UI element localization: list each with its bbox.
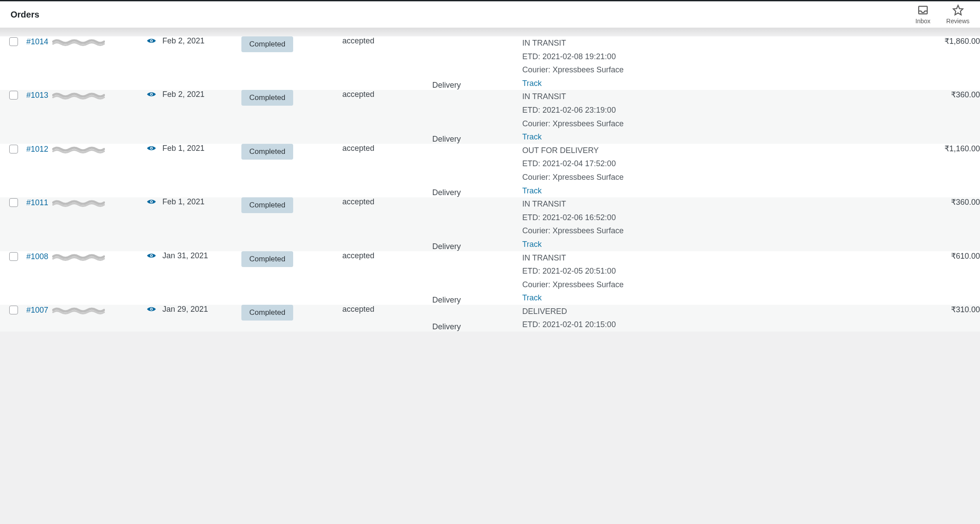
eye-icon[interactable] <box>146 146 157 154</box>
shipping-status: IN TRANSIT <box>522 251 914 265</box>
track-link[interactable]: Track <box>522 79 542 88</box>
eye-icon[interactable] <box>146 307 157 315</box>
shipping-courier: Courier: Xpressbees Surface <box>522 63 914 77</box>
payment-status: accepted <box>342 36 374 45</box>
payment-status: accepted <box>342 251 374 260</box>
row-checkbox[interactable] <box>9 145 18 153</box>
shipping-status: IN TRANSIT <box>522 197 914 211</box>
shipping-etd: ETD: 2021-02-04 17:52:00 <box>522 157 914 171</box>
shipping-status: IN TRANSIT <box>522 90 914 103</box>
order-id-label: #1011 <box>26 198 48 207</box>
order-id-label: #1014 <box>26 37 48 46</box>
redacted-name <box>52 252 105 264</box>
delivery-mode: Delivery <box>432 188 461 197</box>
order-date: Feb 2, 2021 <box>162 36 205 45</box>
eye-icon[interactable] <box>146 199 157 208</box>
payment-status: accepted <box>342 305 374 314</box>
redacted-name <box>52 306 105 317</box>
order-link[interactable]: #1014 <box>26 37 48 46</box>
payment-status: accepted <box>342 144 374 153</box>
page-title: Orders <box>11 10 39 20</box>
shipping-courier: Courier: Xpressbees Surface <box>522 224 914 238</box>
order-total: ₹360.00 <box>951 198 980 207</box>
order-total: ₹310.00 <box>951 305 980 314</box>
inbox-label: Inbox <box>915 18 930 25</box>
shipping-status: DELIVERED <box>522 305 914 318</box>
inbox-button[interactable]: Inbox <box>915 4 930 25</box>
eye-icon[interactable] <box>146 92 157 100</box>
order-date: Jan 31, 2021 <box>162 251 208 260</box>
shipping-etd: ETD: 2021-02-05 20:51:00 <box>522 264 914 278</box>
table-row: #1013 Feb 2, 2021 Completed accepted Del… <box>0 90 980 143</box>
redacted-name <box>52 198 105 210</box>
shipping-courier: Courier: Xpressbees Surface <box>522 278 914 292</box>
track-link[interactable]: Track <box>522 240 542 249</box>
order-link[interactable]: #1008 <box>26 252 48 261</box>
order-total: ₹610.00 <box>951 252 980 260</box>
row-checkbox[interactable] <box>9 37 18 46</box>
order-id-label: #1007 <box>26 306 48 314</box>
order-id-label: #1012 <box>26 145 48 153</box>
order-id-label: #1013 <box>26 91 48 100</box>
redacted-name <box>52 91 105 103</box>
orders-table: #1014 Feb 2, 2021 Completed accepted Del… <box>0 36 980 332</box>
row-checkbox[interactable] <box>9 252 18 261</box>
delivery-mode: Delivery <box>432 322 461 331</box>
shipping-courier: Courier: Xpressbees Surface <box>522 171 914 184</box>
order-date: Feb 1, 2021 <box>162 144 205 153</box>
table-row: #1007 Jan 29, 2021 Completed accepted De… <box>0 305 980 332</box>
status-badge: Completed <box>241 144 293 160</box>
delivery-mode: Delivery <box>432 81 461 89</box>
table-row: #1011 Feb 1, 2021 Completed accepted Del… <box>0 197 980 251</box>
reviews-label: Reviews <box>946 18 969 25</box>
order-link[interactable]: #1011 <box>26 198 48 207</box>
header-bar: Orders Inbox Reviews <box>0 1 980 28</box>
header-shadow <box>0 28 980 36</box>
order-date: Feb 1, 2021 <box>162 197 205 206</box>
track-link[interactable]: Track <box>522 293 542 302</box>
eye-icon[interactable] <box>146 38 157 47</box>
shipping-etd: ETD: 2021-02-01 20:15:00 <box>522 318 914 332</box>
delivery-mode: Delivery <box>432 135 461 143</box>
shipping-etd: ETD: 2021-02-08 19:21:00 <box>522 50 914 64</box>
eye-icon[interactable] <box>146 253 157 262</box>
order-total: ₹360.00 <box>951 90 980 99</box>
reviews-button[interactable]: Reviews <box>946 4 969 25</box>
payment-status: accepted <box>342 197 374 206</box>
delivery-mode: Delivery <box>432 296 461 304</box>
row-checkbox[interactable] <box>9 198 18 207</box>
status-badge: Completed <box>241 36 293 52</box>
order-link[interactable]: #1012 <box>26 145 48 153</box>
row-checkbox[interactable] <box>9 91 18 100</box>
track-link[interactable]: Track <box>522 186 542 195</box>
redacted-name <box>52 145 105 157</box>
table-row: #1008 Jan 31, 2021 Completed accepted De… <box>0 251 980 305</box>
table-row: #1014 Feb 2, 2021 Completed accepted Del… <box>0 36 980 90</box>
header-actions: Inbox Reviews <box>915 4 969 25</box>
track-link[interactable]: Track <box>522 132 542 141</box>
shipping-etd: ETD: 2021-02-06 23:19:00 <box>522 103 914 117</box>
shipping-status: OUT FOR DELIVERY <box>522 144 914 157</box>
svg-marker-1 <box>953 5 963 15</box>
status-badge: Completed <box>241 305 293 321</box>
status-badge: Completed <box>241 90 293 106</box>
order-link[interactable]: #1013 <box>26 91 48 100</box>
status-badge: Completed <box>241 251 293 267</box>
shipping-courier: Courier: Xpressbees Surface <box>522 117 914 131</box>
row-checkbox[interactable] <box>9 306 18 314</box>
order-id-label: #1008 <box>26 252 48 261</box>
delivery-mode: Delivery <box>432 242 461 251</box>
inbox-icon <box>917 4 929 16</box>
order-date: Feb 2, 2021 <box>162 90 205 99</box>
order-total: ₹1,860.00 <box>944 37 980 46</box>
redacted-name <box>52 37 105 49</box>
table-row: #1012 Feb 1, 2021 Completed accepted Del… <box>0 144 980 197</box>
shipping-etd: ETD: 2021-02-06 16:52:00 <box>522 211 914 225</box>
order-total: ₹1,160.00 <box>944 144 980 153</box>
shipping-status: IN TRANSIT <box>522 36 914 50</box>
order-link[interactable]: #1007 <box>26 306 48 314</box>
status-badge: Completed <box>241 197 293 213</box>
order-date: Jan 29, 2021 <box>162 305 208 314</box>
star-icon <box>952 4 964 16</box>
payment-status: accepted <box>342 90 374 99</box>
